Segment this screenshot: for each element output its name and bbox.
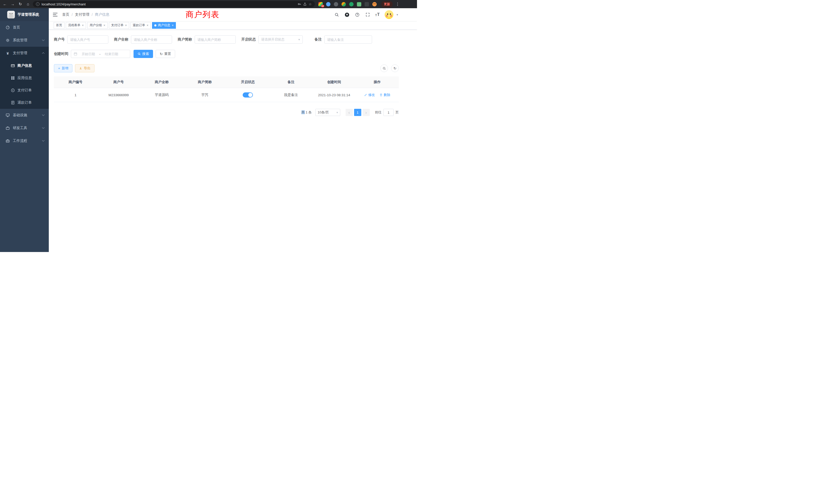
close-icon[interactable]: × [172,24,174,27]
forward-icon[interactable]: → [10,1,16,7]
tab-label: 流程表单 [68,23,80,27]
cell-short-name: 芋艿 [183,88,226,102]
ext-dark-icon[interactable] [334,2,338,6]
search-button-label: 搜索 [142,51,149,56]
sidebar-item-label: 系统管理 [13,38,27,43]
sidebar-logo[interactable]: 芋道管理系统 [0,8,49,21]
chevron-down-icon [42,38,45,41]
logo-avatar [7,11,15,19]
table-row: 1 M233666999 芋道源码 芋艿 我是备注 2021-10-23 08:… [54,88,399,102]
tab-process-form[interactable]: 流程表单 × [66,22,86,29]
play-circle-icon [11,88,15,92]
status-toggle[interactable] [243,92,253,97]
cell-actions: 修改 删除 [356,88,399,102]
short-name-label: 商户简称 [178,37,192,42]
sidebar-item-workflow[interactable]: 工作流程 [0,135,49,147]
ext-green-circle-icon[interactable] [349,2,354,6]
home-icon[interactable]: ⌂ [25,1,31,7]
sidebar-item-label: 支付订单 [18,88,32,93]
prev-page-button[interactable]: ‹ [346,109,353,116]
reset-button[interactable]: ↻ 重置 [156,50,175,58]
page-size-select[interactable]: 10条/页 ▾ [315,109,340,116]
goto-page-input[interactable] [383,109,394,116]
tab-home[interactable]: 首页 [54,22,64,29]
ext-grid-icon[interactable]: 10 [319,2,323,6]
goto-unit: 页 [395,110,399,115]
create-time-label: 创建时间 [54,51,68,56]
export-button[interactable]: 导出 [75,64,94,72]
toggle-search-button[interactable] [380,64,388,72]
edit-button[interactable]: 修改 [364,93,375,97]
sidebar-item-infra[interactable]: 基础设施 [0,109,49,122]
breadcrumb-home[interactable]: 首页 [62,12,69,17]
password-key-icon[interactable] [298,2,301,6]
active-dot-icon [154,24,156,26]
status-select[interactable]: 请选择开启状态 ▾ [258,36,303,44]
fullscreen-icon[interactable] [365,12,370,17]
back-icon[interactable]: ← [2,1,8,7]
ext-notes-icon[interactable] [357,2,361,6]
refresh-table-button[interactable]: ↻ [391,64,399,72]
tab-label: 用户分组 [90,23,102,27]
remark-input[interactable] [324,36,372,44]
filter-row-2: 创建时间 - 搜索 [54,50,399,58]
yen-icon: ¥ [6,51,10,55]
goto-page: 前往 页 [375,109,399,116]
sidebar-item-devtools[interactable]: 研发工具 [0,122,49,135]
bookmark-star-icon[interactable]: ☆ [309,2,312,6]
tab-pay-order[interactable]: 支付订单 × [109,22,129,29]
search-icon[interactable] [334,12,339,17]
short-name-input[interactable] [195,36,236,44]
ext-parrot-icon[interactable] [342,2,346,6]
url-bar[interactable]: i localhost:1024/pay/merchant ☆ [33,1,315,7]
navbar-actions: TT ▾ [334,10,398,19]
hamburger-icon[interactable] [53,13,58,17]
search-button[interactable]: 搜索 [133,50,153,58]
close-icon[interactable]: × [82,24,84,27]
close-icon[interactable]: × [125,24,127,27]
tab-refund-order[interactable]: 退款订单 × [130,22,151,29]
breadcrumb-section[interactable]: 支付管理 [75,12,89,17]
caret-down-icon[interactable]: ▾ [396,13,398,17]
workflow-icon [6,139,10,143]
close-icon[interactable]: × [104,24,105,27]
pagination: 共 1 条 10条/页 ▾ ‹ 1 › 前往 页 [54,109,399,116]
github-icon[interactable] [345,12,350,17]
sidebar-item-pay-order[interactable]: 支付订单 [0,84,49,96]
tab-user-group[interactable]: 用户分组 × [87,22,108,29]
close-icon[interactable]: × [147,24,148,27]
user-avatar[interactable] [385,10,393,19]
full-name-input[interactable] [131,36,172,44]
plus-icon: + [58,66,60,70]
font-size-icon[interactable]: TT [375,13,380,17]
update-button[interactable]: 更新 [381,1,393,7]
breadcrumb-current: 商户信息 [95,12,109,17]
col-merchant-no: 商户号 [97,76,140,88]
page-number-current[interactable]: 1 [354,109,361,116]
tab-merchant-info[interactable]: 商户信息 × [152,22,176,29]
browser-menu-icon[interactable]: ⋮ [396,2,399,6]
add-button[interactable]: + 新增 [54,64,72,72]
create-time-range-picker[interactable]: - [71,50,130,58]
ext-puzzle-icon[interactable] [365,2,369,6]
next-page-button[interactable]: › [363,109,370,116]
sidebar-item-label: 应用信息 [18,76,32,80]
status-select-placeholder: 请选择开启状态 [261,37,285,42]
sidebar-item-refund-order[interactable]: 退款订单 [0,96,49,109]
reload-icon[interactable]: ↻ [18,1,23,7]
ext-emoji-icon[interactable] [372,2,377,6]
sidebar-item-home[interactable]: 首页 [0,21,49,34]
info-icon[interactable]: i [36,2,40,6]
help-icon[interactable] [355,12,360,17]
date-start-input[interactable] [79,52,98,56]
date-end-input[interactable] [102,52,121,56]
share-icon[interactable] [303,2,307,6]
sidebar-item-app-info[interactable]: 应用信息 [0,72,49,84]
sidebar: 芋道管理系统 首页 系统管理 ¥ 支付管理 [0,8,49,252]
merchant-no-input[interactable] [67,36,108,44]
ext-drop-icon[interactable] [326,2,330,6]
sidebar-item-merchant-info[interactable]: 商户信息 [0,60,49,72]
sidebar-item-system[interactable]: 系统管理 [0,34,49,47]
delete-button[interactable]: 删除 [379,93,390,97]
sidebar-item-pay[interactable]: ¥ 支付管理 [0,47,49,60]
